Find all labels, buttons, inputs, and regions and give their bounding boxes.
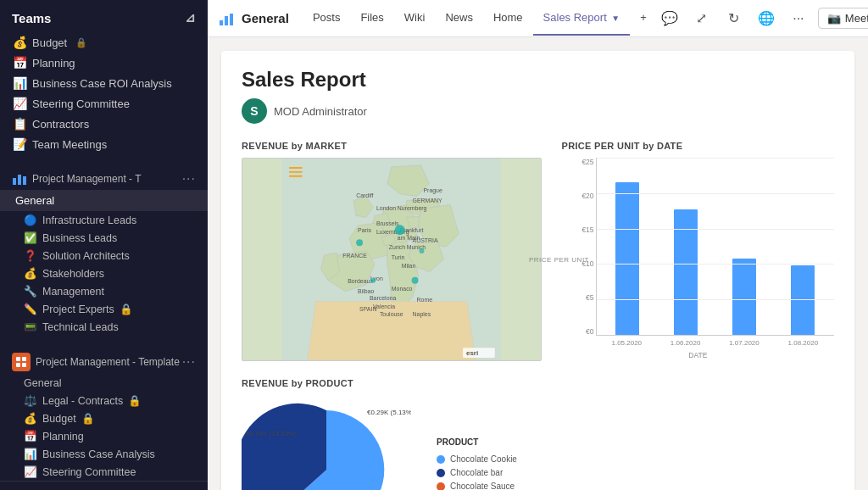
sidebar-sub-business-leads[interactable]: ✅ Business Leads xyxy=(0,229,208,247)
section2-inner: Project Management - Template xyxy=(12,353,180,371)
svg-text:Toulouse: Toulouse xyxy=(380,311,403,317)
management-icon: 🔧 xyxy=(24,285,37,298)
sidebar-item-label: Team Meetings xyxy=(32,138,107,151)
globe-icon[interactable]: 🌐 xyxy=(754,6,779,31)
map-title: REVENUE by MARKET xyxy=(242,141,542,151)
sidebar-sub-project-experts[interactable]: ✏️ Project Experts 🔒 xyxy=(0,300,208,318)
legend-item-sauce: Chocolate Sauce xyxy=(437,482,517,490)
sidebar-item-business-case-roi[interactable]: 📊 Business Case ROI Analysis xyxy=(0,73,208,93)
filter-icon[interactable]: ⊿ xyxy=(185,10,196,25)
sidebar-sub-technical-leads[interactable]: 📟 Technical Leads xyxy=(0,318,208,336)
svg-rect-39 xyxy=(289,171,303,173)
general-item[interactable]: General xyxy=(0,190,208,211)
tab-sales-report[interactable]: Sales Report ▼ xyxy=(533,1,631,36)
sidebar-sub2-budget[interactable]: 💰 Budget 🔒 xyxy=(0,409,208,427)
tab-posts[interactable]: Posts xyxy=(303,1,351,36)
sidebar-sub2-label: Legal - Contracts xyxy=(42,395,123,407)
legend-item-cookie: Chocolate Cookie xyxy=(437,454,517,464)
y-tick-20: €20 xyxy=(581,192,593,200)
project2-section[interactable]: Project Management - Template ··· xyxy=(0,346,208,375)
budget-icon: 💰 xyxy=(12,36,27,49)
svg-rect-5 xyxy=(16,363,20,367)
top-nav-right: 💬 ⤢ ↻ 🌐 ··· 📷 Meet ▼ xyxy=(657,6,868,31)
bar-group-3 xyxy=(721,161,769,335)
top-navigation: General Posts Files Wiki News Home Sales… xyxy=(208,0,868,37)
sidebar-sub2-steering[interactable]: 📈 Steering Committee xyxy=(0,463,208,481)
tab-add[interactable]: + xyxy=(630,1,657,36)
template-icon xyxy=(15,356,27,368)
svg-text:Brussels: Brussels xyxy=(376,220,399,226)
svg-text:AUSTRIA: AUSTRIA xyxy=(413,237,438,243)
sidebar-item-contractors[interactable]: 📋 Contractors xyxy=(0,114,208,134)
expand-icon[interactable]: ⤢ xyxy=(689,6,715,31)
y-tick-0: €0 xyxy=(586,327,593,336)
svg-rect-6 xyxy=(22,363,26,367)
sidebar-item-label: Contractors xyxy=(32,118,89,131)
sidebar-sub2-label: Business Case Analysis xyxy=(42,448,155,460)
chat-icon[interactable]: 💬 xyxy=(657,6,682,31)
meet-button[interactable]: 📷 Meet ▼ xyxy=(818,8,868,29)
sidebar-item-planning[interactable]: 📅 Planning xyxy=(0,53,208,73)
y-tick-5: €5 xyxy=(586,293,593,302)
svg-point-45 xyxy=(420,248,425,253)
svg-rect-9 xyxy=(230,14,233,25)
planning2-icon: 📅 xyxy=(24,430,37,443)
sidebar: Teams ⊿ 💰 Budget 🔒 📅 Planning 📊 Business… xyxy=(0,0,208,490)
sidebar-sub-solution-architects[interactable]: ❓ Solution Architects xyxy=(0,247,208,264)
business-leads-icon: ✅ xyxy=(24,231,37,244)
more-button[interactable]: ··· xyxy=(182,171,196,187)
svg-point-42 xyxy=(356,239,363,246)
content-area: Sales Report S MOD Administrator REVENUE… xyxy=(208,37,868,490)
sidebar-sub2-legal[interactable]: ⚖️ Legal - Contracts 🔒 xyxy=(0,392,208,409)
charts-row: REVENUE by MARKET xyxy=(242,141,834,361)
more-icon[interactable]: ··· xyxy=(786,6,811,31)
map-container: Cardiff London Brussels Nuremberg GERMAN… xyxy=(242,158,542,361)
sidebar-sub-infrastructure-leads[interactable]: 🔵 Infrastructure Leads xyxy=(0,211,208,229)
legend-dot-cookie xyxy=(437,455,445,464)
tab-news[interactable]: News xyxy=(435,1,483,36)
pie-chart-section: €0.29K (5.13%) €0.74K (13.23%) €1.01K (1… xyxy=(242,393,834,490)
refresh-icon[interactable]: ↻ xyxy=(721,6,747,31)
teams-title: Teams xyxy=(12,11,51,25)
tab-wiki[interactable]: Wiki xyxy=(394,1,436,36)
business-case-icon: 📊 xyxy=(12,76,27,90)
steering-icon: 📈 xyxy=(12,97,27,110)
project1-section[interactable]: Project Management - T ··· xyxy=(0,164,208,190)
sidebar-sub-label: Business Leads xyxy=(42,232,117,244)
main-content: General Posts Files Wiki News Home Sales… xyxy=(208,0,868,490)
pie-svg: €0.29K (5.13%) €0.74K (13.23%) €1.01K (1… xyxy=(242,393,411,490)
report-title: Sales Report xyxy=(242,68,834,92)
legend-label-bar: Chocolate bar xyxy=(450,468,503,477)
tab-home[interactable]: Home xyxy=(483,1,533,36)
technical-icon: 📟 xyxy=(24,320,37,333)
svg-text:esri: esri xyxy=(466,349,478,357)
svg-text:Paris: Paris xyxy=(358,227,371,233)
budget2-lock-icon: 🔒 xyxy=(81,412,95,425)
sidebar-item-team-meetings[interactable]: 📝 Team Meetings xyxy=(0,134,208,154)
sidebar-sub-stakeholders[interactable]: 💰 Stakeholders xyxy=(0,264,208,282)
report-author: S MOD Administrator xyxy=(242,98,834,124)
revenue-product-section: REVENUE by PRODUCT xyxy=(242,378,834,490)
sidebar-sub2-planning[interactable]: 📅 Planning xyxy=(0,427,208,445)
sidebar-sub-management[interactable]: 🔧 Management xyxy=(0,282,208,300)
sidebar-item-steering[interactable]: 📈 Steering Committee xyxy=(0,93,208,114)
sidebar-sub2-label: Budget xyxy=(42,413,76,425)
sidebar-item-label: Budget xyxy=(32,36,67,49)
sidebar-sub2-business-case[interactable]: 📊 Business Case Analysis xyxy=(0,445,208,463)
sidebar-sub-label: Project Experts xyxy=(42,303,114,315)
camera-icon: 📷 xyxy=(827,12,841,25)
svg-rect-40 xyxy=(289,175,303,177)
meetings-icon: 📝 xyxy=(12,137,27,151)
svg-text:Bilbao: Bilbao xyxy=(358,288,374,294)
sidebar-sub-label: Infrastructure Leads xyxy=(42,214,136,226)
sidebar-sub2-general[interactable]: General xyxy=(0,375,208,392)
tab-files[interactable]: Files xyxy=(350,1,393,36)
project1-name: Project Management - T xyxy=(32,173,142,185)
sidebar-sub-label: Management xyxy=(42,286,104,298)
sidebar-bottom: 👥 Join or create a team ⚙️ xyxy=(0,481,208,490)
more-button2[interactable]: ··· xyxy=(182,354,196,370)
svg-rect-1 xyxy=(18,175,21,185)
svg-text:€0.29K (5.13%): €0.29K (5.13%) xyxy=(367,409,411,416)
sidebar-sub-label: Technical Leads xyxy=(42,321,119,333)
sidebar-item-budget[interactable]: 💰 Budget 🔒 xyxy=(0,32,208,53)
